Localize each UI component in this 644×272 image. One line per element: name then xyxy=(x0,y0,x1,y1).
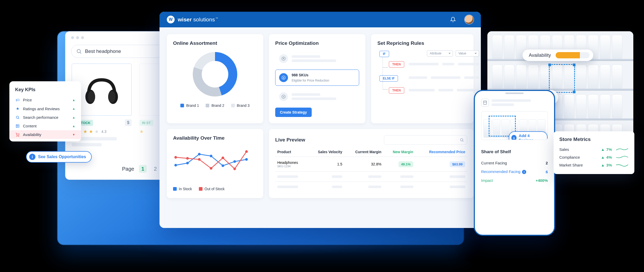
svg-point-21 xyxy=(186,162,189,164)
svg-point-27 xyxy=(174,156,177,159)
arrow-down-icon xyxy=(279,73,288,82)
trend-up-icon: ▲ xyxy=(72,98,75,102)
availability-badge: Availability xyxy=(523,50,593,61)
value-select[interactable]: Value xyxy=(456,50,479,57)
add-facings-button[interactable]: + Add 4 Facings xyxy=(509,131,548,140)
rule-if[interactable]: IF xyxy=(379,51,389,57)
kpi-item-ratings[interactable]: ★ Ratings and Reviews ▲ xyxy=(9,104,81,113)
card-title: Set Repricing Rules xyxy=(377,40,467,46)
attribute-select[interactable]: Attribute xyxy=(427,50,453,57)
logo-text: wiser solutions™ xyxy=(178,16,218,23)
main-dashboard: W wiser solutions™ Online Assortment Bra… xyxy=(160,12,481,228)
info-icon: i xyxy=(29,154,35,160)
phone-shelf-preview: + Add 4 Facings xyxy=(481,111,548,140)
kpi-popover: Key KPIs 🏷 Price ▲ ★ Ratings and Reviews… xyxy=(9,81,81,141)
live-search-input[interactable] xyxy=(384,135,467,145)
sku-count: 988 SKUs xyxy=(292,73,355,77)
create-strategy-button[interactable]: Create Strategy xyxy=(275,108,312,117)
svg-point-0 xyxy=(77,50,81,53)
price-opt-row[interactable] xyxy=(275,51,359,66)
svg-point-17 xyxy=(282,95,285,98)
trend-up-icon: ▲ xyxy=(601,147,605,152)
store-icon xyxy=(481,99,489,107)
rule-then[interactable]: THEN xyxy=(389,61,404,67)
logo-icon: W xyxy=(167,16,175,23)
card-title: Price Optimization xyxy=(275,40,359,46)
star-icon: ★ xyxy=(15,106,20,111)
donut-chart xyxy=(192,51,238,98)
metric-recommended-facing: Recommended Facingi 6 xyxy=(481,167,548,176)
live-preview-table: Product Sales Velocity Current Margin Ne… xyxy=(275,147,467,192)
kpi-item-content[interactable]: Content ▲ xyxy=(9,122,81,130)
col-rec-price: Recommended Price xyxy=(415,147,468,157)
card-repricing-rules: Set Repricing Rules IF THEN ELSE IF THEN… xyxy=(371,34,474,123)
sparkline xyxy=(616,155,629,159)
sales-opportunities-button[interactable]: i See Sales Opportunities xyxy=(26,151,92,163)
sales-opp-label: See Sales Opportunities xyxy=(38,154,86,159)
phone-notch xyxy=(505,92,524,94)
product-name: Headphones xyxy=(277,160,305,165)
svg-point-25 xyxy=(233,160,236,163)
metric-row-market-share: Market Share ▲3% xyxy=(559,161,629,169)
kpi-item-price[interactable]: 🏷 Price ▲ xyxy=(9,96,81,104)
search-icon xyxy=(460,138,464,142)
cell-rec-price: $63.99 xyxy=(450,161,465,167)
store-metrics-popover: Store Metrics Sales ▲7% Compliance ▲4% M… xyxy=(554,131,634,174)
svg-point-11 xyxy=(19,136,19,137)
availability-label: Availability xyxy=(529,53,551,58)
card-availability-over-time: Availability Over Time In Stock Out of S… xyxy=(167,129,263,198)
rule-then[interactable]: THEN xyxy=(389,87,404,94)
stock-badge: IN ST xyxy=(139,120,153,126)
svg-line-35 xyxy=(463,141,463,141)
star-icon: ★ xyxy=(95,129,99,134)
drop-shadow xyxy=(63,224,459,255)
trend-up-icon: ▲ xyxy=(72,107,75,110)
legend-item: Out of Stock xyxy=(199,187,225,191)
col-margin: Current Margin xyxy=(344,147,383,157)
window-dot xyxy=(81,36,84,39)
info-icon[interactable]: i xyxy=(522,170,526,174)
svg-point-24 xyxy=(222,164,224,167)
availability-bar xyxy=(556,52,590,58)
trend-up-icon: ▲ xyxy=(601,155,605,159)
svg-point-31 xyxy=(222,157,224,159)
svg-point-33 xyxy=(245,150,248,153)
star-icon: ★ xyxy=(83,129,87,134)
trend-up-icon: ▲ xyxy=(72,124,75,128)
kpi-label: Price xyxy=(23,98,32,102)
tag-icon: 🏷 xyxy=(15,98,20,102)
svg-point-9 xyxy=(17,125,17,126)
cell-margin: 32.8% xyxy=(344,157,383,172)
price-opt-row-highlight[interactable]: 988 SKUs Eligible for Price Reduction xyxy=(275,70,359,86)
table-row xyxy=(275,182,467,192)
price-placeholder: $ xyxy=(125,119,132,126)
kpi-label: Ratings and Reviews xyxy=(23,107,60,111)
card-title: Online Assortment xyxy=(173,40,257,46)
star-icon: ★ xyxy=(89,129,93,134)
kpi-label: Content xyxy=(23,124,37,128)
search-icon xyxy=(15,115,20,119)
search-icon xyxy=(76,48,82,54)
svg-point-10 xyxy=(17,136,17,137)
kpi-item-availability[interactable]: Availability ▼ xyxy=(9,130,81,139)
avatar[interactable] xyxy=(465,15,474,24)
rating-score: 4.3 xyxy=(101,129,106,134)
page-number[interactable]: 2 xyxy=(151,165,159,173)
price-opt-row[interactable] xyxy=(275,89,359,104)
page-number[interactable]: 1 xyxy=(139,165,147,173)
table-row[interactable]: Headphones SKU-1234 1.5 32.8% 49.1% $63.… xyxy=(275,157,467,172)
rule-elseif[interactable]: ELSE IF xyxy=(379,75,398,82)
card-price-optimization: Price Optimization 988 SKUs Eligible for… xyxy=(269,34,365,123)
svg-point-26 xyxy=(245,158,248,161)
trend-up-icon: ▲ xyxy=(601,163,605,167)
trend-up-icon: ▲ xyxy=(72,116,75,119)
bell-icon[interactable] xyxy=(450,17,456,22)
svg-point-4 xyxy=(88,91,95,103)
window-dot xyxy=(71,36,74,39)
svg-point-22 xyxy=(198,153,201,156)
sparkline xyxy=(616,163,629,167)
chart-legend: Brand 1 Brand 2 Brand 3 xyxy=(173,103,257,108)
kpi-item-search[interactable]: Search performance ▲ xyxy=(9,113,81,122)
svg-point-5 xyxy=(108,91,115,103)
legend-item: In Stock xyxy=(173,187,192,191)
